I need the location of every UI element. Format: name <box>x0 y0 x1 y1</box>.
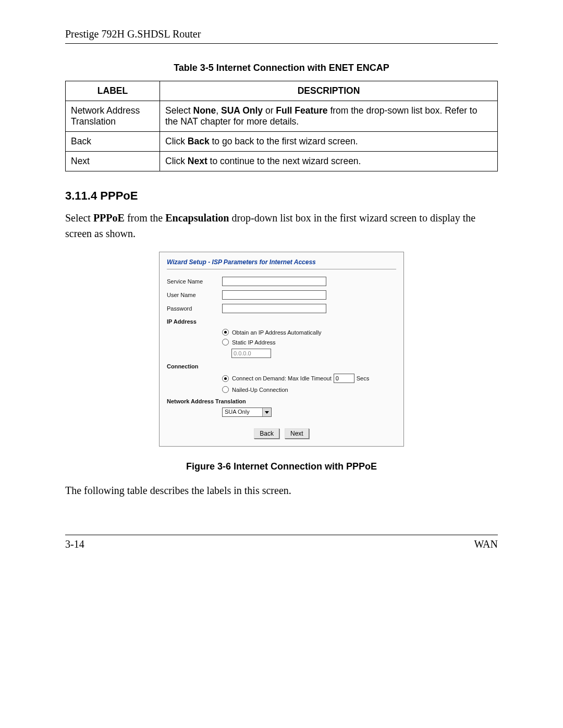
connection-heading: Connection <box>167 363 396 369</box>
label-nailed-up: Nailed-Up Connection <box>232 387 288 393</box>
description-table: LABEL DESCRIPTION Network Address Transl… <box>65 81 498 171</box>
th-label: LABEL <box>66 81 160 101</box>
cell-label: Back <box>66 132 160 152</box>
next-button[interactable]: Next <box>285 428 309 439</box>
static-ip-input[interactable] <box>231 349 271 358</box>
cell-desc: Click Next to continue to the next wizar… <box>160 152 498 171</box>
th-description: DESCRIPTION <box>160 81 498 101</box>
label-connect-demand: Connect on Demand: Max Idle Timeout <box>232 375 332 381</box>
radio-nailed-up[interactable] <box>222 386 229 393</box>
wizard-title: Wizard Setup - ISP Parameters for Intern… <box>167 258 396 266</box>
label-secs: Secs <box>357 375 369 381</box>
footer-section: WAN <box>474 538 498 550</box>
radio-obtain-auto[interactable] <box>222 329 229 336</box>
footer-page-number: 3-14 <box>65 538 84 550</box>
label-user-name: User Name <box>167 292 222 298</box>
nat-select-value: SUA Only <box>223 408 262 416</box>
nat-heading: Network Address Translation <box>167 398 396 404</box>
radio-static-ip[interactable] <box>222 339 229 346</box>
password-input[interactable] <box>222 304 326 313</box>
cell-label: Network Address Translation <box>66 101 160 132</box>
header-title: Prestige 792H G.SHDSL Router <box>65 28 201 40</box>
label-obtain-auto: Obtain an IP Address Automatically <box>232 329 322 336</box>
label-password: Password <box>167 305 222 312</box>
section-heading: 3.11.4 PPPoE <box>65 189 498 203</box>
paragraph: Select PPPoE from the Encapsulation drop… <box>65 210 498 241</box>
table-caption: Table 3-5 Internet Connection with ENET … <box>65 63 498 73</box>
cell-label: Next <box>66 152 160 171</box>
table-row: Network Address Translation Select None,… <box>66 101 498 132</box>
divider <box>167 269 396 269</box>
page-header: Prestige 792H G.SHDSL Router <box>65 28 498 44</box>
wizard-panel: Wizard Setup - ISP Parameters for Intern… <box>159 252 404 447</box>
label-static-ip: Static IP Address <box>232 339 276 346</box>
user-name-input[interactable] <box>222 290 326 300</box>
cell-desc: Click Back to go back to the first wizar… <box>160 132 498 152</box>
back-button[interactable]: Back <box>254 428 279 439</box>
label-service-name: Service Name <box>167 278 222 285</box>
service-name-input[interactable] <box>222 277 326 286</box>
cell-desc: Select None, SUA Only or Full Feature fr… <box>160 101 498 132</box>
ip-address-heading: IP Address <box>167 318 396 325</box>
radio-connect-demand[interactable] <box>222 375 229 382</box>
chevron-down-icon <box>262 408 271 416</box>
table-row: Back Click Back to go back to the first … <box>66 132 498 152</box>
page-footer: 3-14 WAN <box>65 535 498 550</box>
idle-timeout-input[interactable] <box>334 374 354 383</box>
paragraph: The following table describes the labels… <box>65 483 498 498</box>
nat-select[interactable]: SUA Only <box>222 408 272 417</box>
figure-caption: Figure 3-6 Internet Connection with PPPo… <box>65 461 498 472</box>
table-row: Next Click Next to continue to the next … <box>66 152 498 171</box>
